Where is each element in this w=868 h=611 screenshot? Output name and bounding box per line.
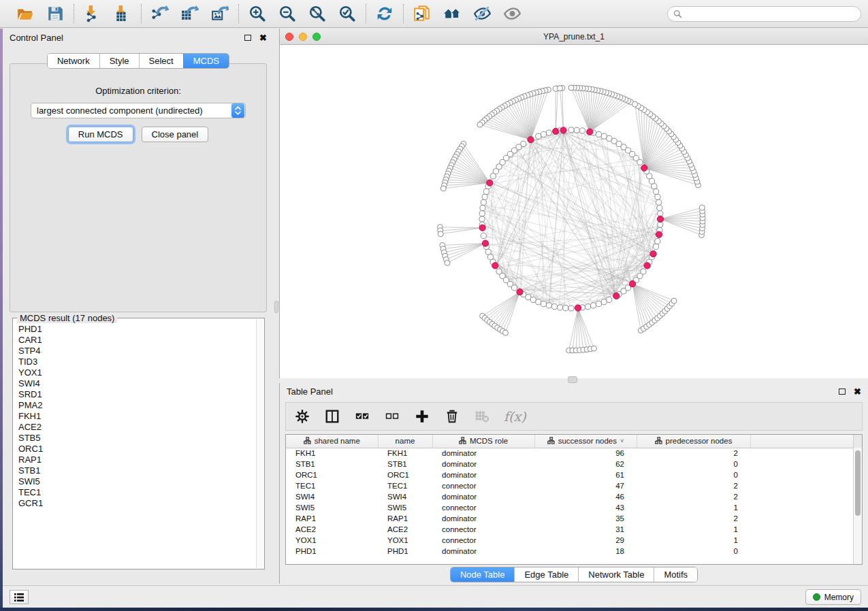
column-header-successor-nodes[interactable]: successor nodes˅ — [534, 435, 637, 448]
table-cell[interactable] — [750, 459, 862, 469]
table-cell[interactable]: TEC1 — [286, 480, 378, 491]
table-cell[interactable]: 43 — [534, 502, 637, 513]
table-row[interactable]: TEC1TEC1connector472 — [286, 480, 862, 491]
table-cell[interactable]: SWI5 — [378, 502, 432, 513]
table-scrollbar[interactable] — [853, 448, 862, 564]
export-network-icon[interactable] — [150, 3, 170, 24]
table-cell[interactable]: 1 — [637, 524, 750, 535]
table-cell[interactable]: 18 — [534, 546, 637, 557]
table-row[interactable]: SWI5SWI5connector431 — [286, 502, 862, 513]
mcds-result-item[interactable]: YOX1 — [18, 367, 256, 378]
table-cell[interactable] — [750, 524, 862, 535]
table-cell[interactable]: ACE2 — [286, 524, 378, 535]
table-row[interactable]: ACE2ACE2connector311 — [286, 524, 862, 535]
mcds-result-item[interactable]: PMA2 — [18, 400, 256, 411]
table-scrollbar-thumb[interactable] — [855, 450, 861, 516]
table-cell[interactable]: dominator — [432, 513, 534, 524]
mcds-result-item[interactable]: STB5 — [18, 433, 256, 444]
table-cell[interactable]: connector — [432, 524, 534, 535]
close-panel-icon[interactable]: ✖ — [259, 33, 267, 42]
table-cell[interactable]: ACE2 — [378, 524, 432, 535]
mcds-result-item[interactable]: ACE2 — [18, 422, 256, 433]
table-cell[interactable] — [750, 448, 862, 459]
table-cell[interactable]: connector — [432, 535, 534, 546]
table-cell[interactable]: YOX1 — [286, 535, 378, 546]
zoom-selected-icon[interactable] — [337, 3, 357, 24]
table-cell[interactable]: RAP1 — [378, 513, 432, 524]
table-cell[interactable]: dominator — [432, 491, 534, 502]
table-cell[interactable]: dominator — [432, 459, 534, 469]
tab-network[interactable]: Network — [48, 54, 99, 68]
table-cell[interactable]: 0 — [637, 546, 750, 557]
table-cell[interactable]: 29 — [534, 535, 637, 546]
mcds-result-item[interactable]: FKH1 — [18, 411, 256, 422]
deselect-checkboxes-icon[interactable] — [384, 408, 400, 425]
column-header-name[interactable]: name — [378, 435, 432, 448]
table-cell[interactable]: 1 — [637, 535, 750, 546]
criterion-dropdown[interactable]: largest connected component (undirected) — [31, 103, 246, 118]
mcds-result-item[interactable]: GCR1 — [18, 498, 256, 509]
close-table-panel-icon[interactable]: ✖ — [854, 387, 861, 396]
table-cell[interactable]: 62 — [534, 459, 637, 469]
horizontal-splitter[interactable] — [279, 378, 868, 383]
mcds-result-item[interactable]: STB1 — [18, 465, 256, 476]
float-panel-icon[interactable] — [244, 35, 251, 41]
table-cell[interactable]: TEC1 — [378, 480, 432, 491]
network-graph[interactable] — [280, 45, 868, 378]
table-cell[interactable]: STB1 — [286, 459, 378, 469]
table-cell[interactable]: connector — [432, 502, 534, 513]
table-cell[interactable] — [750, 535, 862, 546]
import-table-icon[interactable] — [112, 3, 133, 24]
result-scrollbar[interactable] — [256, 319, 263, 568]
table-cell[interactable]: dominator — [432, 469, 534, 480]
tab-network-table[interactable]: Network Table — [578, 567, 654, 582]
mcds-result-list[interactable]: PHD1CAR1STP4TID3YOX1SWI4SRD1PMA2FKH1ACE2… — [18, 324, 256, 567]
split-panel-icon[interactable] — [324, 408, 340, 425]
network-view-canvas[interactable] — [280, 45, 868, 378]
export-image-icon[interactable] — [210, 3, 230, 24]
mcds-result-item[interactable]: SWI5 — [18, 476, 256, 487]
show-panels-button[interactable] — [10, 590, 29, 604]
zoom-fit-icon[interactable] — [307, 3, 327, 24]
table-cell[interactable]: 46 — [534, 491, 637, 502]
zoom-in-icon[interactable] — [247, 3, 268, 24]
open-file-icon[interactable] — [15, 3, 35, 24]
delete-column-icon[interactable] — [444, 408, 460, 425]
network-window-titlebar[interactable]: YPA_prune.txt_1 — [280, 29, 868, 45]
vertical-splitter-handle[interactable] — [274, 301, 278, 313]
memory-button[interactable]: Memory — [805, 589, 861, 605]
table-cell[interactable]: FKH1 — [286, 448, 378, 459]
table-cell[interactable]: 96 — [534, 448, 637, 459]
mcds-result-item[interactable]: TID3 — [18, 357, 256, 367]
table-cell[interactable]: connector — [432, 480, 534, 491]
refresh-icon[interactable] — [374, 3, 395, 24]
mcds-result-item[interactable]: TEC1 — [18, 487, 256, 498]
table-cell[interactable] — [750, 469, 862, 480]
zoom-out-icon[interactable] — [277, 3, 298, 24]
table-cell[interactable]: 2 — [637, 491, 750, 502]
table-cell[interactable]: PHD1 — [286, 546, 378, 557]
table-cell[interactable]: dominator — [432, 448, 534, 459]
search-input[interactable] — [667, 6, 861, 22]
tab-motifs[interactable]: Motifs — [654, 567, 697, 582]
save-session-icon[interactable] — [45, 3, 65, 24]
table-cell[interactable]: 47 — [534, 480, 637, 491]
table-row[interactable]: YOX1YOX1connector291 — [286, 535, 862, 546]
table-cell[interactable]: 35 — [534, 513, 637, 524]
column-header-shared-name[interactable]: shared name — [286, 435, 378, 448]
table-cell[interactable]: ORC1 — [378, 469, 432, 480]
select-all-checkboxes-icon[interactable] — [354, 408, 370, 425]
table-cell[interactable]: 1 — [637, 502, 750, 513]
table-cell[interactable]: SWI5 — [286, 502, 378, 513]
table-row[interactable]: ORC1ORC1dominator610 — [286, 469, 862, 480]
import-network-icon[interactable] — [82, 3, 103, 24]
horizontal-splitter-handle[interactable] — [568, 376, 577, 383]
table-cell[interactable]: RAP1 — [286, 513, 378, 524]
table-cell[interactable] — [750, 502, 862, 513]
tab-select[interactable]: Select — [139, 54, 183, 68]
tab-edge-table[interactable]: Edge Table — [514, 567, 578, 582]
table-cell[interactable]: FKH1 — [378, 448, 432, 459]
table-row[interactable]: SWI4SWI4dominator462 — [286, 491, 862, 502]
mcds-result-item[interactable]: ORC1 — [18, 444, 256, 455]
settings-gear-icon[interactable] — [294, 408, 310, 425]
